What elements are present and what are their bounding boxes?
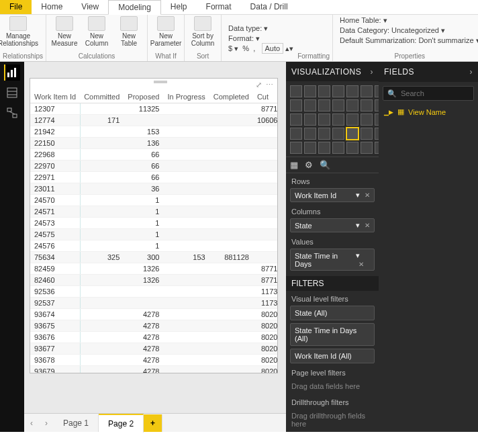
- table-row[interactable]: 245711: [30, 206, 277, 218]
- table-row[interactable]: 245751: [30, 229, 277, 240]
- menu-home[interactable]: Home: [32, 0, 72, 14]
- column-header[interactable]: Cut: [253, 91, 277, 103]
- table-row[interactable]: 2297166: [30, 172, 277, 183]
- new-measure-button[interactable]: New Measure: [49, 16, 80, 47]
- collapse-pane-icon[interactable]: ›: [371, 67, 374, 77]
- new-column-button[interactable]: New Column: [81, 16, 112, 47]
- viz-type-icon[interactable]: [304, 142, 316, 154]
- viz-type-icon[interactable]: [361, 99, 373, 111]
- viz-type-icon[interactable]: [318, 142, 330, 154]
- viz-type-icon[interactable]: [361, 114, 373, 126]
- home-table-dropdown[interactable]: Home Table: ▾: [340, 16, 478, 25]
- viz-type-icon[interactable]: [290, 114, 302, 126]
- menu-help[interactable]: Help: [161, 0, 197, 14]
- filter-state[interactable]: State (All): [290, 306, 375, 320]
- tab-page2[interactable]: Page 2: [99, 414, 144, 433]
- viz-type-icon[interactable]: [318, 114, 330, 126]
- drag-handle-icon[interactable]: [154, 81, 167, 83]
- focus-mode-icon[interactable]: ⤢: [256, 81, 262, 89]
- analytics-tab-icon[interactable]: 🔍: [320, 160, 330, 170]
- viz-type-icon[interactable]: [346, 85, 358, 97]
- page-filters-drop[interactable]: Drag data fields here: [286, 378, 379, 394]
- viz-type-icon[interactable]: [361, 85, 373, 97]
- viz-type-icon[interactable]: [361, 142, 373, 154]
- table-row[interactable]: 936774278802011: [30, 343, 277, 355]
- column-header[interactable]: In Progress: [163, 91, 209, 103]
- viz-type-icon[interactable]: [290, 99, 302, 111]
- column-header[interactable]: Committed: [80, 91, 124, 103]
- menu-file[interactable]: File: [0, 0, 32, 14]
- report-canvas[interactable]: ⤢ ⋯ Work Item IdCommittedProposedIn Prog…: [24, 62, 286, 432]
- pill-remove-icon[interactable]: ✕: [358, 261, 364, 268]
- more-options-icon[interactable]: ⋯: [266, 81, 273, 89]
- table-row[interactable]: 936764278802011: [30, 332, 277, 343]
- default-summarization-dropdown[interactable]: Default Summarization: Don't summarize ▾: [340, 36, 478, 45]
- viz-type-icon[interactable]: [361, 128, 373, 140]
- fields-tab-icon[interactable]: ▦: [290, 160, 298, 170]
- viz-type-icon[interactable]: [318, 99, 330, 111]
- table-row[interactable]: 2301136: [30, 183, 277, 195]
- tab-prev-icon[interactable]: ‹: [24, 418, 39, 428]
- filter-state-time[interactable]: State Time in Days (All): [290, 323, 375, 346]
- currency-button[interactable]: $ ▾: [228, 44, 238, 52]
- menu-format[interactable]: Format: [197, 0, 241, 14]
- viz-type-icon[interactable]: [304, 85, 316, 97]
- viz-type-icon[interactable]: [332, 114, 344, 126]
- table-row[interactable]: 2297066: [30, 161, 277, 172]
- table-row[interactable]: 936744278802011: [30, 309, 277, 320]
- table-row[interactable]: 92537117370: [30, 298, 277, 309]
- viz-type-icon[interactable]: [332, 99, 344, 111]
- viz-type-icon[interactable]: [290, 85, 302, 97]
- model-view-icon[interactable]: [4, 105, 20, 121]
- format-dropdown[interactable]: Format: ▾: [228, 34, 293, 43]
- viz-type-icon[interactable]: [346, 128, 358, 140]
- table-row[interactable]: 245701: [30, 195, 277, 206]
- table-row[interactable]: 92536117370: [30, 286, 277, 298]
- viz-type-icon[interactable]: [346, 142, 358, 154]
- table-row[interactable]: 1230711325877150: [30, 103, 277, 115]
- table-row[interactable]: 75634325300153881128: [30, 252, 277, 263]
- table-row[interactable]: 2296866: [30, 149, 277, 161]
- rows-field-pill[interactable]: Work Item Id▾ ✕: [290, 188, 375, 202]
- viz-type-icon[interactable]: [346, 99, 358, 111]
- table-row[interactable]: 824591326877150: [30, 263, 277, 275]
- menu-view[interactable]: View: [72, 0, 108, 14]
- tab-next-icon[interactable]: ›: [39, 418, 54, 428]
- decimal-auto[interactable]: Auto: [262, 43, 284, 54]
- matrix-visual[interactable]: ⤢ ⋯ Work Item IdCommittedProposedIn Prog…: [30, 78, 278, 373]
- table-row[interactable]: 936754278802011: [30, 320, 277, 332]
- new-parameter-button[interactable]: New Parameter: [150, 16, 181, 47]
- filter-work-item[interactable]: Work Item Id (All): [290, 349, 375, 363]
- collapse-fields-icon[interactable]: ›: [470, 67, 473, 77]
- field-table-view-name[interactable]: ▁▶ ▦ View Name: [379, 105, 478, 119]
- sort-by-column-button[interactable]: Sort by Column: [187, 16, 218, 47]
- viz-type-icon[interactable]: [332, 142, 344, 154]
- viz-type-icon[interactable]: [290, 128, 302, 140]
- viz-type-icon[interactable]: [304, 128, 316, 140]
- fields-search-input[interactable]: [399, 89, 478, 98]
- table-row[interactable]: 127741711060696: [30, 115, 277, 126]
- data-view-icon[interactable]: [4, 85, 20, 101]
- drillthrough-drop[interactable]: Drag drillthrough fields here: [286, 408, 379, 432]
- table-row[interactable]: 936794278802011: [30, 366, 277, 373]
- comma-button[interactable]: ,: [253, 44, 255, 52]
- table-row[interactable]: 936784278802011: [30, 355, 277, 366]
- fields-search[interactable]: 🔍: [383, 86, 474, 101]
- report-view-icon[interactable]: [4, 64, 20, 81]
- table-row[interactable]: 824601326877150: [30, 275, 277, 286]
- format-tab-icon[interactable]: ⚙: [305, 160, 313, 170]
- values-field-pill[interactable]: State Time in Days▾ ✕: [290, 249, 375, 271]
- expand-icon[interactable]: ▁▶: [384, 109, 393, 116]
- tab-page1[interactable]: Page 1: [54, 414, 99, 432]
- column-header[interactable]: Completed: [209, 91, 253, 103]
- pill-menu-icon[interactable]: ▾ ✕: [356, 191, 370, 199]
- data-category-dropdown[interactable]: Data Category: Uncategorized ▾: [340, 26, 478, 35]
- percent-button[interactable]: %: [242, 44, 249, 52]
- data-type-dropdown[interactable]: Data type: ▾: [228, 24, 293, 33]
- new-table-button[interactable]: New Table: [113, 16, 144, 47]
- manage-relationships-button[interactable]: Manage Relationships: [3, 16, 34, 47]
- viz-type-icon[interactable]: [304, 99, 316, 111]
- viz-type-icon[interactable]: [332, 128, 344, 140]
- pill-remove-icon[interactable]: ✕: [365, 191, 370, 199]
- columns-field-pill[interactable]: State▾ ✕: [290, 218, 375, 232]
